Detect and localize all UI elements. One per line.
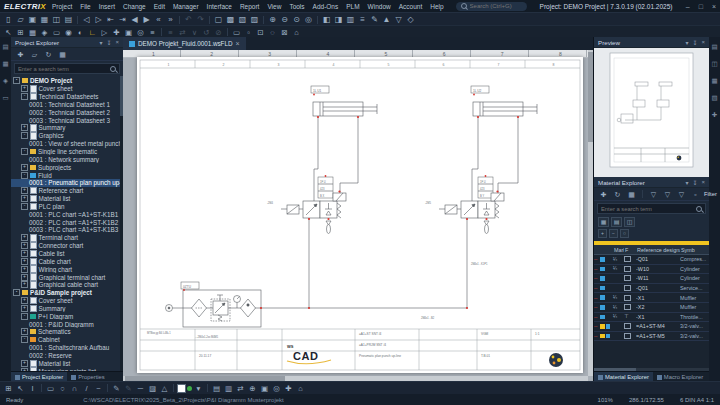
new-page-icon[interactable]: ▢	[213, 14, 224, 25]
view-split-button[interactable]: ◫	[624, 217, 635, 227]
edit-frame-icon[interactable]: ✎	[369, 14, 380, 25]
insert-symbol-icon[interactable]: ⊞	[15, 27, 26, 38]
add-device-icon[interactable]: ✚	[111, 27, 122, 38]
material-search[interactable]	[597, 203, 706, 214]
disable-icon[interactable]: ⊘	[213, 27, 224, 38]
tree-item[interactable]: 0002 : Reserve	[11, 352, 123, 360]
delete-selection-icon[interactable]: ⊠	[279, 27, 290, 38]
menu-view[interactable]: View	[266, 3, 282, 10]
mark-down-icon[interactable]: ▽	[393, 14, 404, 25]
filter-free-icon[interactable]: ▽	[676, 189, 687, 200]
menu-edit[interactable]: Edit	[153, 3, 166, 10]
tree-item[interactable]: 0001 : Network summary	[11, 155, 123, 163]
status-sheet-format[interactable]: 6 DIN A4 1:1	[680, 397, 714, 403]
menu-window[interactable]: Window	[367, 3, 392, 10]
hatch-tool-icon[interactable]: ▨	[147, 383, 158, 394]
refresh-icon[interactable]: ↻	[43, 49, 54, 60]
search-device-icon[interactable]: ◎	[135, 27, 146, 38]
insert-shape-icon[interactable]: ◈	[39, 27, 50, 38]
expand-box-icon[interactable]: +	[21, 85, 28, 92]
status-zoom-level[interactable]: 101%	[598, 397, 613, 403]
material-row[interactable]: –-W11Cylinder	[594, 274, 709, 284]
pan-view-icon[interactable]: ◧	[321, 14, 332, 25]
expand-box-icon[interactable]: +	[21, 242, 28, 249]
style-dropdown-icon[interactable]: ▾	[193, 383, 204, 394]
circle-tool-icon[interactable]: ○	[57, 383, 68, 394]
tree-item[interactable]: +Schematics	[11, 328, 123, 336]
fit-page-icon[interactable]: ⌂	[295, 383, 306, 394]
nav-next-icon[interactable]: ▷	[93, 14, 104, 25]
coordinate-icon[interactable]: ∟	[87, 27, 98, 38]
print-icon[interactable]: ▤	[63, 14, 74, 25]
tree-item[interactable]: +Summary	[11, 124, 123, 132]
tree-item[interactable]: -Single line schematic	[11, 148, 123, 156]
tree-item[interactable]: +Material list	[11, 195, 123, 203]
project-explorer-strip-icon[interactable]: ▤	[0, 41, 11, 52]
tree-item[interactable]: +Cover sheet	[11, 85, 123, 93]
minimize-button[interactable]: –	[686, 3, 690, 10]
delete-page-icon[interactable]: ▨	[249, 14, 260, 25]
snapshot-icon[interactable]: ▣	[259, 383, 270, 394]
tree-item[interactable]: 0001 : PLC chart =A1+ST-K1B1	[11, 210, 123, 218]
collapse-icon[interactable]: ▾	[99, 39, 102, 46]
collapse-box-icon[interactable]: -	[21, 313, 28, 320]
collapse-box-icon[interactable]: -	[21, 172, 28, 179]
jump-last-icon[interactable]: »	[165, 14, 176, 25]
open-folder-icon[interactable]: ▱	[29, 49, 40, 60]
tree-item[interactable]: -Technical Datasheets	[11, 93, 123, 101]
columns-icon[interactable]: ▫	[690, 189, 701, 200]
stamp-icon[interactable]: ▣	[123, 27, 134, 38]
color-white-icon[interactable]	[177, 384, 186, 393]
expand-box-icon[interactable]: +	[21, 234, 28, 241]
global-search-input[interactable]	[470, 3, 522, 9]
expand-all-button[interactable]: +	[598, 229, 607, 238]
redo-icon[interactable]: ↷	[195, 14, 206, 25]
select-tool-icon[interactable]: ↖	[15, 383, 26, 394]
tree-item[interactable]: +Graphical terminal chart	[11, 273, 123, 281]
expand-box-icon[interactable]: +	[21, 187, 28, 194]
rect-tool-icon[interactable]: ▭	[45, 383, 56, 394]
mirror-icon[interactable]: ⇄	[235, 383, 246, 394]
connection-point-icon[interactable]: ◐	[75, 27, 86, 38]
curve-tool-icon[interactable]: ~	[93, 383, 104, 394]
redraw-icon[interactable]: ◨	[333, 14, 344, 25]
draw-frame-icon[interactable]: ▭	[231, 27, 242, 38]
tree-item[interactable]: +Material list	[11, 359, 123, 367]
pin-icon[interactable]: ↧	[692, 179, 697, 186]
valve-2[interactable]	[439, 193, 504, 308]
menu-help[interactable]: Help	[429, 3, 444, 10]
pin-icon[interactable]: ↧	[106, 39, 111, 46]
tree-item[interactable]: -Cabinet	[11, 336, 123, 344]
expand-box-icon[interactable]: +	[21, 274, 28, 281]
add-page-icon[interactable]: ✚	[15, 49, 26, 60]
cylinder-2[interactable]	[473, 102, 537, 116]
project-search[interactable]	[14, 63, 120, 74]
menu-tools[interactable]: Tools	[288, 3, 305, 10]
material-row[interactable]: –¼⊤-X1Throttle...	[594, 313, 709, 323]
document-tab[interactable]: DEMO Projekt_Fluid.0001.wsFLD ×	[123, 37, 246, 50]
symbol-strip-icon[interactable]: ◈	[0, 75, 11, 86]
home-view-icon[interactable]: ⌂	[291, 27, 302, 38]
expand-box-icon[interactable]: +	[21, 164, 28, 171]
expand-box-icon[interactable]: +	[21, 250, 28, 257]
tree-item[interactable]: +Connector chart	[11, 242, 123, 250]
locate-button[interactable]: ○	[620, 229, 629, 238]
collapse-box-icon[interactable]: -	[21, 203, 28, 210]
expand-box-icon[interactable]: +	[21, 297, 28, 304]
select-region-icon[interactable]: ⊡	[255, 27, 266, 38]
page-prev-icon[interactable]: ◀	[129, 14, 140, 25]
list-view-icon[interactable]: ≡	[357, 14, 368, 25]
view-grid-button[interactable]: ▦	[598, 217, 609, 227]
menu-manager[interactable]: Manager	[172, 3, 200, 10]
service-unit[interactable]	[183, 290, 261, 327]
expand-box-icon[interactable]: +	[21, 360, 28, 367]
tree-item[interactable]: 0002 : Technical Datasheet 2	[11, 108, 123, 116]
tree-item[interactable]: 0001 : Schaltschrank Aufbau	[11, 344, 123, 352]
save-all-icon[interactable]: ▦	[39, 14, 50, 25]
layer-color-icon[interactable]	[187, 386, 192, 391]
properties-strip-icon[interactable]: ▦	[0, 58, 11, 69]
tree-item[interactable]: -Fluid	[11, 171, 123, 179]
material-row[interactable]: –¼-X2Muffler	[594, 303, 709, 313]
collapse-all-button[interactable]: −	[609, 229, 618, 238]
menu-add-ons[interactable]: Add-Ons	[312, 3, 340, 10]
